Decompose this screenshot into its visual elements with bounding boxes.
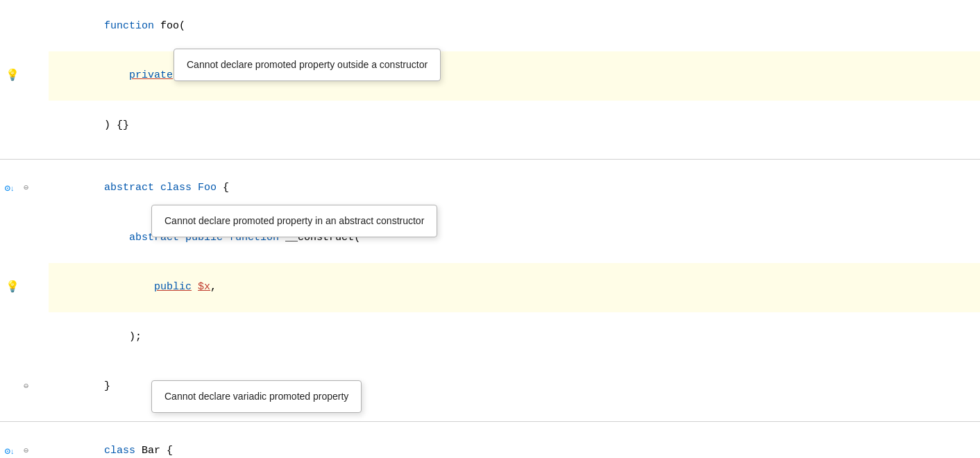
comma: , bbox=[210, 281, 217, 293]
indent bbox=[104, 232, 129, 244]
bulb-icon: 💡 bbox=[6, 67, 19, 84]
code-line: ); bbox=[0, 312, 980, 362]
keyword-abstract2: abstract bbox=[129, 232, 179, 244]
code-line: function foo( bbox=[0, 1, 980, 51]
space bbox=[173, 69, 179, 81]
gutter bbox=[0, 101, 49, 151]
code-content: class Bar { bbox=[49, 426, 980, 458]
code-line: ⊙↓ ⊖ class Bar { bbox=[0, 426, 980, 458]
code-line: abstract public function __construct( bbox=[0, 213, 980, 263]
debugger-dot-2: ⊙↓ bbox=[4, 446, 15, 457]
gutter: ⊙↓ ⊖ bbox=[0, 164, 49, 214]
space bbox=[192, 182, 198, 194]
code-content: } bbox=[49, 362, 980, 412]
construct: __construct( bbox=[279, 232, 360, 244]
code-line: ⊖ } bbox=[0, 362, 980, 412]
variable-x-2: $x bbox=[198, 281, 210, 293]
keyword-class-bar: class bbox=[104, 445, 135, 457]
gutter: ⊖ bbox=[0, 362, 49, 412]
gutter: 💡 bbox=[0, 51, 49, 101]
code-text: foo( bbox=[154, 20, 185, 32]
keyword-public: public bbox=[185, 232, 223, 244]
fold-icon-2[interactable]: ⊖ bbox=[24, 380, 28, 393]
code-line: ⊙↓ ⊖ abstract class Foo { bbox=[0, 164, 980, 214]
gutter: 💡 bbox=[0, 263, 49, 313]
code-text: ) {} bbox=[104, 119, 129, 131]
keyword-public-2: public bbox=[154, 281, 192, 293]
gutter: ⊙↓ ⊖ bbox=[0, 426, 49, 458]
space bbox=[192, 281, 198, 293]
keyword-function: function bbox=[104, 20, 154, 32]
code-editor: function foo( 💡 private $x ) {} Cannot d… bbox=[0, 0, 980, 458]
section-divider bbox=[0, 159, 980, 160]
code-content: abstract public function __construct( bbox=[49, 213, 980, 263]
closing-brace: } bbox=[104, 380, 110, 392]
indent bbox=[104, 69, 129, 81]
keyword-abstract: abstract bbox=[104, 182, 154, 194]
keyword-private: private bbox=[129, 69, 173, 81]
space bbox=[154, 182, 160, 194]
debugger-dot: ⊙↓ bbox=[4, 183, 15, 194]
space: Bar { bbox=[135, 445, 173, 457]
code-line-highlighted: 💡 private $x bbox=[0, 51, 980, 101]
gutter bbox=[0, 1, 49, 51]
code-line: ) {} bbox=[0, 101, 980, 151]
code-area: function foo( 💡 private $x ) {} Cannot d… bbox=[0, 0, 980, 458]
code-content: public $x, bbox=[49, 263, 980, 313]
gutter bbox=[0, 312, 49, 362]
variable-x: $x bbox=[179, 69, 192, 81]
code-content: ) {} bbox=[49, 101, 980, 151]
code-content: function foo( bbox=[49, 1, 980, 51]
code-content: ); bbox=[49, 312, 980, 362]
gutter bbox=[0, 213, 49, 263]
code-line-highlighted: 💡 public $x, bbox=[0, 263, 980, 313]
fold-icon[interactable]: ⊖ bbox=[24, 182, 28, 194]
bulb-icon-2: 💡 bbox=[6, 279, 19, 296]
code-content: private $x bbox=[49, 51, 980, 101]
code-content: abstract class Foo { bbox=[49, 164, 980, 214]
keyword-class: class bbox=[160, 182, 192, 194]
brace: { bbox=[217, 182, 229, 194]
space bbox=[179, 232, 185, 244]
fold-icon-3[interactable]: ⊖ bbox=[24, 445, 28, 457]
space bbox=[223, 232, 229, 244]
class-foo: Foo bbox=[198, 182, 217, 194]
indent bbox=[104, 281, 154, 293]
keyword-function2: function bbox=[229, 232, 279, 244]
code-text: ); bbox=[104, 331, 142, 343]
section-divider-2 bbox=[0, 421, 980, 422]
